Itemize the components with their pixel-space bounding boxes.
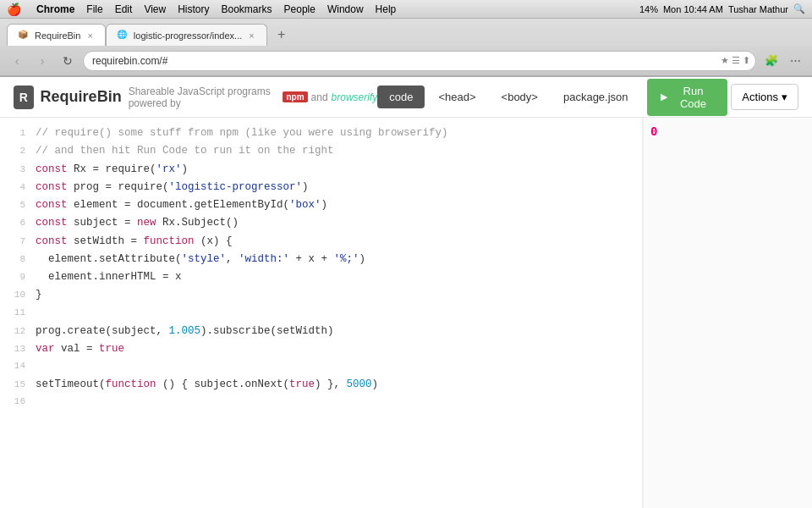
code-area: 1// require() some stuff from npm (like … — [0, 118, 812, 508]
line-number: 14 — [0, 358, 25, 374]
requirebin-header: R RequireBin Shareable JavaScript progra… — [0, 77, 812, 118]
actions-button[interactable]: Actions ▾ — [731, 84, 798, 110]
code-line: 12prog.create(subject, 1.005).subscribe(… — [0, 323, 642, 340]
help-menu[interactable]: Help — [376, 3, 397, 15]
back-button[interactable]: ‹ — [7, 51, 27, 71]
logo-icon: R — [14, 86, 34, 109]
line-number: 10 — [0, 287, 25, 303]
code-editor[interactable]: 1// require() some stuff from npm (like … — [0, 118, 643, 508]
code-line: 11 — [0, 305, 642, 323]
share-icon[interactable]: ⬆ — [743, 55, 750, 66]
line-number: 3 — [0, 162, 25, 178]
more-icon[interactable]: ⋯ — [785, 51, 805, 71]
tab-logistic[interactable]: 🌐 logistic-progressor/index... × — [106, 24, 267, 46]
chevron-down-icon: ▾ — [782, 91, 787, 103]
logo-text: RequireBin — [41, 88, 122, 106]
actions-label: Actions — [742, 91, 778, 103]
people-menu[interactable]: People — [284, 3, 315, 15]
run-code-button[interactable]: ▶ Run Code — [647, 79, 728, 116]
tab-bar: 📦 RequireBin × 🌐 logistic-progressor/ind… — [0, 19, 812, 46]
website-container: R RequireBin Shareable JavaScript progra… — [0, 77, 812, 508]
history-menu[interactable]: History — [178, 3, 209, 15]
file-menu[interactable]: File — [86, 3, 102, 15]
new-tab-button[interactable]: + — [271, 24, 293, 46]
bookmark-icon[interactable]: ★ — [721, 55, 729, 66]
browserify-text: browserify — [332, 91, 378, 103]
code-line: 13var val = true — [0, 340, 642, 358]
address-bar: ‹ › ↻ ★ ☰ ⬆ 🧩 ⋯ — [0, 46, 812, 76]
logo-subtitle: Shareable JavaScript programs powered by… — [129, 86, 378, 109]
line-number: 4 — [0, 179, 25, 196]
line-number: 16 — [0, 394, 25, 410]
run-code-label: Run Code — [672, 85, 715, 110]
code-line: 2// and then hit Run Code to run it on t… — [0, 142, 642, 160]
line-number: 1 — [0, 125, 25, 141]
header-tabs: code <head> <body> package.json — [377, 86, 639, 108]
line-number: 5 — [0, 197, 25, 213]
tab-title-requirebin: RequireBin — [35, 30, 80, 41]
output-value: 0 — [650, 124, 657, 138]
output-panel: 0 — [643, 118, 812, 508]
line-number: 2 — [0, 143, 25, 159]
clock: Mon 10:44 AM — [663, 4, 723, 14]
window-menu[interactable]: Window — [327, 3, 364, 15]
code-line: 8 element.setAttribute('style', 'width:'… — [0, 251, 642, 268]
refresh-button[interactable]: ↻ — [58, 51, 78, 71]
code-line: 16 — [0, 394, 642, 411]
tab-favicon-logistic: 🌐 — [117, 30, 129, 41]
tab-code[interactable]: code — [377, 86, 425, 108]
search-icon[interactable]: 🔍 — [793, 3, 805, 14]
tab-package[interactable]: package.json — [551, 86, 640, 108]
line-number: 12 — [0, 323, 25, 340]
line-number: 11 — [0, 305, 25, 321]
code-line: 10} — [0, 286, 642, 304]
subtitle-prefix: Shareable JavaScript programs powered by — [129, 86, 280, 109]
chrome-menu[interactable]: Chrome — [36, 3, 74, 15]
tab-close-requirebin[interactable]: × — [85, 30, 94, 41]
edit-menu[interactable]: Edit — [115, 3, 133, 15]
line-number: 9 — [0, 269, 25, 285]
code-line: 5const element = document.getElementById… — [0, 196, 642, 214]
code-line: 9 element.innerHTML = x — [0, 268, 642, 286]
code-line: 6const subject = new Rx.Subject() — [0, 214, 642, 232]
code-line: 7const setWidth = function (x) { — [0, 233, 642, 251]
browser-chrome: 📦 RequireBin × 🌐 logistic-progressor/ind… — [0, 19, 812, 77]
tab-close-logistic[interactable]: × — [247, 30, 255, 41]
line-number: 15 — [0, 377, 25, 393]
line-number: 6 — [0, 215, 25, 231]
username: Tushar Mathur — [728, 4, 788, 14]
reader-icon[interactable]: ☰ — [732, 55, 740, 66]
view-menu[interactable]: View — [144, 3, 166, 15]
url-input[interactable] — [92, 55, 730, 67]
bookmarks-menu[interactable]: Bookmarks — [222, 3, 272, 15]
apple-menu[interactable]: 🍎 — [7, 3, 21, 16]
code-line: 1// require() some stuff from npm (like … — [0, 124, 642, 142]
toolbar-right: 🧩 ⋯ — [761, 51, 805, 71]
line-number: 8 — [0, 251, 25, 268]
line-number: 7 — [0, 234, 25, 250]
battery-status: 14% — [639, 4, 658, 14]
url-bar[interactable]: ★ ☰ ⬆ — [83, 51, 756, 71]
tab-title-logistic: logistic-progressor/index... — [134, 30, 242, 41]
code-line: 4const prog = require('logistic-progress… — [0, 179, 642, 196]
code-line: 15setTimeout(function () { subject.onNex… — [0, 376, 642, 394]
requirebin-logo: R RequireBin Shareable JavaScript progra… — [14, 86, 377, 109]
tab-body[interactable]: <body> — [490, 86, 550, 108]
os-status-bar: 14% Mon 10:44 AM Tushar Mathur 🔍 — [639, 3, 805, 14]
play-icon: ▶ — [661, 91, 667, 102]
code-line: 3const Rx = require('rx') — [0, 161, 642, 179]
npm-badge[interactable]: npm — [283, 91, 307, 102]
os-menubar: 🍎 Chrome File Edit View History Bookmark… — [0, 0, 812, 19]
forward-button[interactable]: › — [32, 51, 52, 71]
and-text: and — [311, 91, 328, 103]
line-number: 13 — [0, 341, 25, 357]
code-line: 14 — [0, 358, 642, 376]
tab-head[interactable]: <head> — [426, 86, 487, 108]
tab-favicon-requirebin: 📦 — [18, 30, 30, 41]
extensions-icon[interactable]: 🧩 — [761, 51, 782, 71]
tab-requirebin[interactable]: 📦 RequireBin × — [7, 24, 106, 46]
